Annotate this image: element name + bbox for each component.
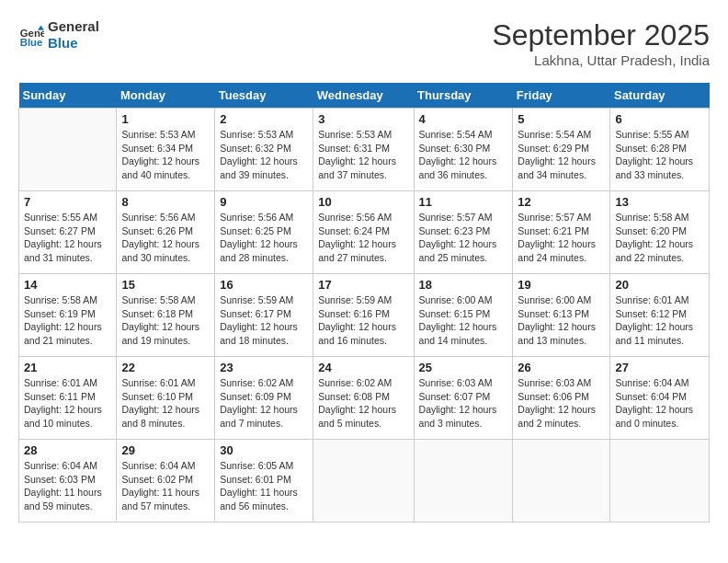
day-number: 21 xyxy=(24,361,111,374)
day-info: Sunrise: 6:00 AM Sunset: 6:13 PM Dayligh… xyxy=(518,293,605,348)
day-info: Sunrise: 5:57 AM Sunset: 6:21 PM Dayligh… xyxy=(518,211,605,265)
day-info: Sunrise: 6:00 AM Sunset: 6:15 PM Dayligh… xyxy=(419,293,508,348)
calendar-cell xyxy=(313,440,414,523)
day-info: Sunrise: 5:58 AM Sunset: 6:18 PM Dayligh… xyxy=(121,293,210,348)
calendar-body: 1Sunrise: 5:53 AM Sunset: 6:34 PM Daylig… xyxy=(19,109,710,523)
calendar-cell: 13Sunrise: 5:58 AM Sunset: 6:20 PM Dayli… xyxy=(610,191,710,274)
day-info: Sunrise: 5:59 AM Sunset: 6:16 PM Dayligh… xyxy=(318,293,408,348)
calendar-cell: 1Sunrise: 5:53 AM Sunset: 6:34 PM Daylig… xyxy=(117,109,215,191)
day-number: 23 xyxy=(220,361,308,374)
day-number: 5 xyxy=(518,112,605,126)
day-number: 3 xyxy=(318,112,408,126)
calendar-cell: 21Sunrise: 6:01 AM Sunset: 6:11 PM Dayli… xyxy=(19,357,117,440)
calendar-cell: 29Sunrise: 6:04 AM Sunset: 6:02 PM Dayli… xyxy=(117,440,215,523)
location-subtitle: Lakhna, Uttar Pradesh, India xyxy=(492,52,710,68)
day-number: 17 xyxy=(318,278,408,292)
day-info: Sunrise: 5:57 AM Sunset: 6:23 PM Dayligh… xyxy=(419,211,508,265)
calendar-cell: 26Sunrise: 6:03 AM Sunset: 6:06 PM Dayli… xyxy=(513,357,610,440)
day-number: 20 xyxy=(615,278,704,292)
calendar-cell: 17Sunrise: 5:59 AM Sunset: 6:16 PM Dayli… xyxy=(313,274,414,357)
day-info: Sunrise: 6:04 AM Sunset: 6:03 PM Dayligh… xyxy=(24,459,111,513)
calendar-cell: 7Sunrise: 5:55 AM Sunset: 6:27 PM Daylig… xyxy=(19,191,117,274)
day-info: Sunrise: 5:53 AM Sunset: 6:34 PM Dayligh… xyxy=(121,128,210,182)
header-sunday: Sunday xyxy=(19,83,117,109)
calendar-week-5: 28Sunrise: 6:04 AM Sunset: 6:03 PM Dayli… xyxy=(19,440,710,523)
day-info: Sunrise: 6:02 AM Sunset: 6:09 PM Dayligh… xyxy=(220,376,308,431)
day-number: 19 xyxy=(518,278,605,292)
day-info: Sunrise: 6:03 AM Sunset: 6:06 PM Dayligh… xyxy=(518,376,605,431)
calendar-table: SundayMondayTuesdayWednesdayThursdayFrid… xyxy=(18,83,710,523)
day-number: 11 xyxy=(419,195,508,209)
day-number: 26 xyxy=(518,361,605,374)
day-number: 7 xyxy=(24,195,111,209)
day-number: 22 xyxy=(121,361,210,374)
day-info: Sunrise: 5:55 AM Sunset: 6:28 PM Dayligh… xyxy=(615,128,704,182)
calendar-cell: 2Sunrise: 5:53 AM Sunset: 6:32 PM Daylig… xyxy=(215,109,313,191)
day-number: 24 xyxy=(318,361,408,374)
day-number: 14 xyxy=(24,278,111,292)
day-info: Sunrise: 6:02 AM Sunset: 6:08 PM Dayligh… xyxy=(318,376,408,431)
calendar-cell: 15Sunrise: 5:58 AM Sunset: 6:18 PM Dayli… xyxy=(117,274,215,357)
svg-text:Blue: Blue xyxy=(20,37,43,48)
day-number: 6 xyxy=(615,112,704,126)
calendar-header-row: SundayMondayTuesdayWednesdayThursdayFrid… xyxy=(19,83,710,109)
logo: General Blue General Blue xyxy=(18,18,99,52)
calendar-cell: 19Sunrise: 6:00 AM Sunset: 6:13 PM Dayli… xyxy=(513,274,610,357)
calendar-week-4: 21Sunrise: 6:01 AM Sunset: 6:11 PM Dayli… xyxy=(19,357,710,440)
calendar-cell xyxy=(19,109,117,191)
day-number: 13 xyxy=(615,195,704,209)
day-info: Sunrise: 6:04 AM Sunset: 6:04 PM Dayligh… xyxy=(615,376,704,431)
day-info: Sunrise: 5:55 AM Sunset: 6:27 PM Dayligh… xyxy=(24,211,111,265)
title-block: September 2025 Lakhna, Uttar Pradesh, In… xyxy=(492,18,710,68)
day-number: 12 xyxy=(518,195,605,209)
day-number: 15 xyxy=(121,278,210,292)
calendar-cell: 9Sunrise: 5:56 AM Sunset: 6:25 PM Daylig… xyxy=(215,191,313,274)
day-info: Sunrise: 5:53 AM Sunset: 6:32 PM Dayligh… xyxy=(220,128,308,182)
day-number: 18 xyxy=(419,278,508,292)
calendar-cell: 30Sunrise: 6:05 AM Sunset: 6:01 PM Dayli… xyxy=(215,440,313,523)
calendar-cell: 14Sunrise: 5:58 AM Sunset: 6:19 PM Dayli… xyxy=(19,274,117,357)
day-number: 16 xyxy=(220,278,308,292)
day-info: Sunrise: 5:56 AM Sunset: 6:25 PM Dayligh… xyxy=(220,211,308,265)
logo-icon: General Blue xyxy=(18,22,44,48)
calendar-cell: 22Sunrise: 6:01 AM Sunset: 6:10 PM Dayli… xyxy=(117,357,215,440)
calendar-week-1: 1Sunrise: 5:53 AM Sunset: 6:34 PM Daylig… xyxy=(19,109,710,191)
day-number: 30 xyxy=(220,443,308,457)
calendar-cell xyxy=(610,440,710,523)
header-friday: Friday xyxy=(513,83,610,109)
day-number: 10 xyxy=(318,195,408,209)
day-number: 4 xyxy=(419,112,508,126)
day-info: Sunrise: 5:58 AM Sunset: 6:20 PM Dayligh… xyxy=(615,211,704,265)
day-number: 27 xyxy=(615,361,704,374)
month-title: September 2025 xyxy=(492,18,710,52)
calendar-cell: 23Sunrise: 6:02 AM Sunset: 6:09 PM Dayli… xyxy=(215,357,313,440)
calendar-cell: 5Sunrise: 5:54 AM Sunset: 6:29 PM Daylig… xyxy=(513,109,610,191)
calendar-cell: 18Sunrise: 6:00 AM Sunset: 6:15 PM Dayli… xyxy=(414,274,513,357)
day-info: Sunrise: 5:54 AM Sunset: 6:30 PM Dayligh… xyxy=(419,128,508,182)
calendar-cell xyxy=(513,440,610,523)
calendar-cell: 10Sunrise: 5:56 AM Sunset: 6:24 PM Dayli… xyxy=(313,191,414,274)
day-number: 2 xyxy=(220,112,308,126)
day-number: 8 xyxy=(121,195,210,209)
day-info: Sunrise: 5:54 AM Sunset: 6:29 PM Dayligh… xyxy=(518,128,605,182)
calendar-cell: 6Sunrise: 5:55 AM Sunset: 6:28 PM Daylig… xyxy=(610,109,710,191)
page-header: General Blue General Blue September 2025… xyxy=(18,18,710,68)
header-thursday: Thursday xyxy=(414,83,513,109)
calendar-cell: 3Sunrise: 5:53 AM Sunset: 6:31 PM Daylig… xyxy=(313,109,414,191)
calendar-cell: 25Sunrise: 6:03 AM Sunset: 6:07 PM Dayli… xyxy=(414,357,513,440)
day-info: Sunrise: 6:04 AM Sunset: 6:02 PM Dayligh… xyxy=(121,459,210,513)
day-info: Sunrise: 5:58 AM Sunset: 6:19 PM Dayligh… xyxy=(24,293,111,348)
day-info: Sunrise: 6:01 AM Sunset: 6:10 PM Dayligh… xyxy=(121,376,210,431)
calendar-cell: 4Sunrise: 5:54 AM Sunset: 6:30 PM Daylig… xyxy=(414,109,513,191)
calendar-week-3: 14Sunrise: 5:58 AM Sunset: 6:19 PM Dayli… xyxy=(19,274,710,357)
calendar-cell: 16Sunrise: 5:59 AM Sunset: 6:17 PM Dayli… xyxy=(215,274,313,357)
header-tuesday: Tuesday xyxy=(215,83,313,109)
day-number: 28 xyxy=(24,443,111,457)
calendar-cell: 11Sunrise: 5:57 AM Sunset: 6:23 PM Dayli… xyxy=(414,191,513,274)
calendar-cell xyxy=(414,440,513,523)
header-wednesday: Wednesday xyxy=(313,83,414,109)
day-info: Sunrise: 5:59 AM Sunset: 6:17 PM Dayligh… xyxy=(220,293,308,348)
header-saturday: Saturday xyxy=(610,83,710,109)
day-number: 29 xyxy=(121,443,210,457)
day-info: Sunrise: 6:01 AM Sunset: 6:12 PM Dayligh… xyxy=(615,293,704,348)
